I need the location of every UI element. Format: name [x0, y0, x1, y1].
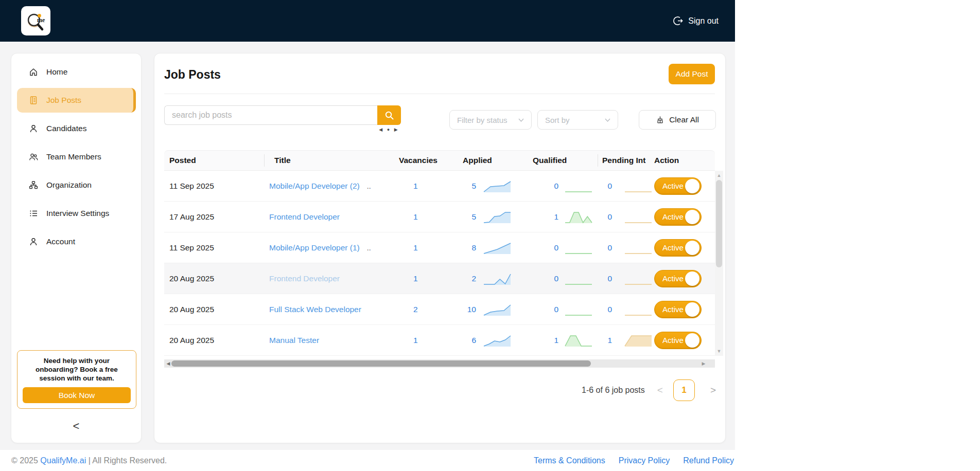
sidebar-item-label: Home — [46, 67, 67, 77]
job-title-link[interactable]: Frontend Developer — [269, 212, 340, 222]
clear-all-button[interactable]: Clear All — [639, 110, 716, 130]
job-title-link[interactable]: Mobile/App Developer (2) — [269, 182, 360, 191]
sidebar-item-job-posts[interactable]: Job Posts — [17, 88, 136, 113]
cell-pending-int: 0 — [598, 302, 653, 317]
scroll-up-icon[interactable]: ▲ — [715, 172, 723, 179]
cell-vacancies[interactable]: 1 — [392, 243, 448, 252]
privacy-policy-link[interactable]: Privacy Policy — [619, 456, 670, 465]
cell-posted: 20 Aug 2025 — [164, 305, 264, 314]
sort-by-select[interactable]: Sort by — [537, 110, 618, 130]
help-text: Need help with your onboarding? Book a f… — [23, 356, 131, 383]
pending-sparkline — [624, 333, 652, 348]
sort-placeholder: Sort by — [545, 116, 570, 124]
onboarding-help-card: Need help with your onboarding? Book a f… — [17, 350, 136, 409]
job-title-link[interactable]: Frontend Developer — [269, 274, 340, 283]
sidebar-item-label: Job Posts — [46, 96, 81, 105]
applied-count-link[interactable]: 10 — [463, 305, 476, 314]
applied-count-link[interactable]: 8 — [463, 243, 476, 252]
sidebar-item-organization[interactable]: Organization — [11, 173, 141, 197]
sidebar-item-candidates[interactable]: Candidates — [11, 116, 141, 141]
job-title-link[interactable]: Manual Tester — [269, 336, 319, 345]
pending-count-link[interactable]: 0 — [602, 182, 612, 191]
add-post-button[interactable]: Add Post — [669, 64, 715, 84]
qualified-count-link[interactable]: 0 — [545, 182, 558, 191]
brand-footer-link[interactable]: QualifyMe.ai — [40, 456, 86, 465]
copyright: © 2025 QualifyMe.ai | All Rights Reserve… — [11, 456, 167, 465]
applied-count-link[interactable]: 5 — [463, 182, 476, 191]
status-toggle[interactable]: Active — [654, 332, 702, 349]
cell-pending-int: 0 — [598, 178, 653, 194]
sidebar-item-team-members[interactable]: Team Members — [11, 144, 141, 169]
cell-title: Frontend Developer — [264, 212, 392, 222]
search-input[interactable] — [164, 105, 377, 125]
vertical-scrollbar[interactable]: ▲ ▼ — [715, 171, 723, 356]
status-toggle[interactable]: Active — [654, 208, 702, 226]
cell-vacancies[interactable]: 2 — [392, 305, 448, 314]
pending-count-link[interactable]: 0 — [602, 305, 612, 314]
brand-logo[interactable]: me — [21, 6, 50, 35]
terms-link[interactable]: Terms & Conditions — [534, 456, 605, 465]
horizontal-scrollbar-thumb[interactable] — [171, 360, 591, 367]
applied-count-link[interactable]: 6 — [463, 336, 476, 345]
sidebar-item-interview-settings[interactable]: Interview Settings — [11, 201, 141, 226]
sign-out-button[interactable]: Sign out — [673, 0, 719, 42]
job-title-link[interactable]: Mobile/App Developer (1) — [269, 243, 360, 252]
applied-count-link[interactable]: 5 — [463, 212, 476, 222]
pending-sparkline — [624, 209, 652, 225]
qualified-count-link[interactable]: 0 — [545, 305, 558, 314]
pending-count-link[interactable]: 0 — [602, 274, 612, 283]
status-toggle[interactable]: Active — [654, 270, 702, 287]
qualified-count-link[interactable]: 0 — [545, 243, 558, 252]
qualified-count-link[interactable]: 1 — [545, 212, 558, 222]
search-button[interactable] — [377, 105, 401, 125]
cell-vacancies[interactable]: 1 — [392, 182, 448, 191]
applied-count-link[interactable]: 2 — [463, 274, 476, 283]
status-toggle[interactable]: Active — [654, 177, 702, 195]
logout-icon — [673, 15, 684, 26]
toggle-knob — [685, 179, 699, 193]
scroll-down-icon[interactable]: ▼ — [715, 348, 723, 355]
sidebar: Home Job Posts Candidates — [11, 53, 142, 443]
pagination-prev-button[interactable]: < — [657, 385, 663, 396]
cell-applied: 6 — [448, 333, 531, 348]
search-bar — [164, 105, 401, 125]
pending-count-link[interactable]: 1 — [602, 336, 612, 345]
cell-vacancies[interactable]: 1 — [392, 274, 448, 283]
truncation-dots: .. — [367, 244, 371, 252]
status-label: Active — [662, 212, 684, 221]
status-toggle[interactable]: Active — [654, 301, 702, 318]
filter-by-status-select[interactable]: Filter by status — [449, 110, 532, 130]
pending-count-link[interactable]: 0 — [602, 212, 612, 222]
app-window: me Sign out Home — [0, 0, 735, 471]
cell-applied: 5 — [448, 178, 531, 194]
vertical-scrollbar-thumb[interactable] — [716, 180, 722, 267]
cell-vacancies[interactable]: 1 — [392, 336, 448, 345]
refund-policy-link[interactable]: Refund Policy — [683, 456, 734, 465]
home-icon — [29, 67, 38, 77]
book-now-button[interactable]: Book Now — [23, 387, 131, 403]
applied-sparkline — [483, 333, 511, 348]
sidebar-item-label: Candidates — [46, 124, 86, 133]
pagination-next-button[interactable]: > — [710, 385, 716, 396]
pagination-page-1[interactable]: 1 — [673, 379, 695, 401]
job-title-link[interactable]: Full Stack Web Developer — [269, 305, 361, 314]
cell-vacancies[interactable]: 1 — [392, 212, 448, 222]
qualified-sparkline — [565, 333, 592, 348]
cell-qualified: 0 — [531, 302, 598, 317]
sidebar-collapse-button[interactable]: < — [11, 420, 141, 433]
scroll-right-icon[interactable]: ▶ — [699, 361, 708, 366]
pending-count-link[interactable]: 0 — [602, 243, 612, 252]
sidebar-item-home[interactable]: Home — [11, 60, 141, 84]
qualified-count-link[interactable]: 0 — [545, 274, 558, 283]
pagination-summary: 1-6 of 6 job posts — [582, 386, 645, 395]
pending-sparkline — [624, 178, 652, 194]
cell-posted: 17 Aug 2025 — [164, 212, 264, 222]
sidebar-item-account[interactable]: Account — [11, 229, 141, 254]
resize-handle-icon: ◀ ● ▶ — [377, 127, 401, 132]
cell-qualified: 0 — [531, 271, 598, 286]
cell-title: Full Stack Web Developer — [264, 305, 392, 314]
horizontal-scrollbar[interactable]: ◀ ▶ — [164, 359, 715, 368]
status-toggle[interactable]: Active — [654, 239, 702, 257]
divider — [164, 94, 715, 94]
qualified-count-link[interactable]: 1 — [545, 336, 558, 345]
